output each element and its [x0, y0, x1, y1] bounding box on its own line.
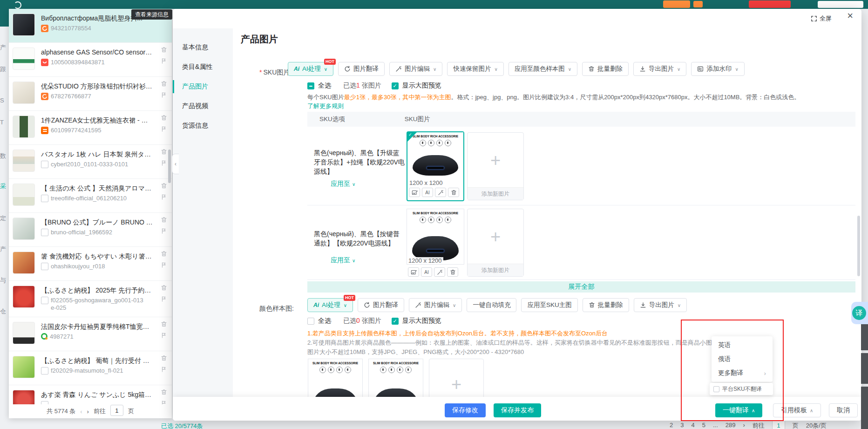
- flag-icon[interactable]: [161, 126, 167, 132]
- trash-icon[interactable]: [161, 321, 167, 327]
- add-image-tile[interactable]: + 添加新图片: [467, 209, 524, 277]
- trash-icon[interactable]: [161, 115, 167, 121]
- flag-icon[interactable]: [161, 160, 167, 166]
- list-item[interactable]: 【ふるさと納税】 2025年 先行予約 サ... f022055-goshoga…: [9, 281, 172, 317]
- page-number[interactable]: 2: [670, 422, 673, 429]
- add-image-tile[interactable]: + 添加新图片: [467, 132, 524, 200]
- item-checkbox[interactable]: [41, 161, 48, 168]
- topbar-button-red[interactable]: [749, 0, 791, 8]
- trash-icon[interactable]: [161, 47, 167, 53]
- tab-basic-info[interactable]: 基本信息: [173, 38, 233, 57]
- fullscreen-button[interactable]: 全屏: [811, 14, 832, 23]
- list-item[interactable]: 法国皮尔卡丹短袖男夏季纯棉T恤宽松大... 4987271: [9, 317, 172, 351]
- trash-icon[interactable]: [161, 285, 167, 291]
- sku-image-tile-selected[interactable]: ✓ SLIM BODY RICH ACCESSORIE 1200 x 1200 …: [407, 131, 464, 201]
- image-translate-button[interactable]: 图片翻译: [358, 298, 404, 312]
- list-item[interactable]: 【ふるさと納税】 葡萄｜先行受付 選べ... f202029-matsumoto…: [9, 351, 172, 385]
- flag-icon[interactable]: [161, 366, 167, 373]
- menu-item-more-translate[interactable]: 更多翻译 ›: [712, 366, 773, 380]
- item-checkbox[interactable]: [41, 229, 48, 236]
- scrollbar-thumb[interactable]: [861, 353, 868, 384]
- page-number[interactable]: 4: [691, 422, 694, 429]
- expand-all-link[interactable]: 展开全部: [569, 283, 595, 291]
- image-edit-button[interactable]: 图片编辑∨: [409, 298, 462, 312]
- scrollbar-thumb[interactable]: [861, 387, 868, 429]
- modal-scrollbar[interactable]: [857, 216, 860, 276]
- select-all-checkbox[interactable]: [307, 82, 314, 89]
- preview-checkbox[interactable]: [392, 318, 399, 325]
- prev-page-icon[interactable]: ‹: [80, 408, 82, 415]
- ai-edit-icon[interactable]: AI: [422, 188, 433, 197]
- trash-icon[interactable]: [161, 217, 167, 223]
- item-checkbox[interactable]: [41, 195, 48, 202]
- page-size-select[interactable]: 20条/页: [806, 422, 827, 429]
- next-page-icon[interactable]: ›: [743, 422, 745, 429]
- replace-image-icon[interactable]: [408, 267, 419, 277]
- flag-icon[interactable]: [161, 58, 167, 64]
- list-item[interactable]: 1件ZANZEA女士优雅无袖连衣裙 - 纯色... 60109977424159…: [9, 111, 172, 145]
- apply-to-color-sample-button[interactable]: 应用至颜色样本图∨: [509, 62, 577, 76]
- flag-icon[interactable]: [161, 92, 167, 98]
- trash-icon[interactable]: [161, 183, 167, 189]
- expand-all-bar[interactable]: 展开全部: [307, 281, 855, 293]
- checkbox[interactable]: [713, 386, 719, 392]
- menu-item-russian[interactable]: 俄语: [712, 352, 773, 366]
- magic-wand-icon[interactable]: [435, 188, 446, 197]
- ai-process-button[interactable]: Ai AI处理∨ HOT: [288, 62, 333, 76]
- flag-icon[interactable]: [161, 296, 167, 302]
- tab-category-attrs[interactable]: 类目&属性: [173, 57, 233, 77]
- list-item[interactable]: 优朵STUDIO 方形珍珠钮扣针织衬衫扣... 678276766877: [9, 77, 172, 111]
- trash-icon[interactable]: [447, 267, 458, 277]
- add-watermark-button[interactable]: 添加水印∨: [691, 62, 744, 76]
- page-input[interactable]: 1: [110, 405, 123, 416]
- tab-product-images[interactable]: 产品图片: [173, 77, 233, 96]
- flag-icon[interactable]: [161, 194, 167, 200]
- list-item[interactable]: バスタオル 1枚 ハレ 日本製 泉州タオル... cyberl2010_0101…: [9, 145, 172, 179]
- apply-to-link[interactable]: 应用至∨: [331, 180, 355, 188]
- sku-image-tile[interactable]: SLIM BODY RICH ACCESSORIE 1200 x 1200: [407, 209, 464, 265]
- trash-icon[interactable]: [161, 81, 167, 87]
- trash-icon[interactable]: [161, 251, 167, 257]
- page-number[interactable]: 5: [702, 422, 705, 429]
- item-checkbox[interactable]: [41, 297, 48, 304]
- image-translate-button[interactable]: 图片翻译: [338, 62, 385, 76]
- apply-to-link[interactable]: 应用至∨: [331, 256, 355, 265]
- page-number[interactable]: 289: [726, 422, 736, 429]
- list-item[interactable]: 【BRUNO 公式】ブルーノ BRUNO カ... bruno-official…: [9, 213, 172, 247]
- panel-collapse-handle[interactable]: ‹: [172, 154, 179, 174]
- flag-icon[interactable]: [161, 262, 167, 268]
- save-publish-button[interactable]: 保存并发布: [494, 403, 541, 417]
- list-scrollbar[interactable]: [168, 150, 171, 183]
- trash-icon[interactable]: [161, 149, 167, 155]
- menu-item-english[interactable]: 英语: [712, 338, 773, 352]
- next-page-icon[interactable]: ›: [87, 408, 89, 415]
- close-icon[interactable]: ×: [847, 10, 853, 22]
- save-changes-button[interactable]: 保存修改: [445, 403, 486, 417]
- quick-keep-images-button[interactable]: 快速保留图片∨: [447, 62, 503, 76]
- magic-wand-icon[interactable]: [434, 267, 445, 277]
- topbar-button-white[interactable]: [818, 1, 863, 8]
- float-translate-button[interactable]: 译: [851, 302, 868, 324]
- trash-icon[interactable]: [161, 355, 167, 361]
- use-template-button[interactable]: 引用模板∧: [773, 403, 821, 417]
- flag-icon[interactable]: [161, 332, 167, 339]
- topbar-button-orange[interactable]: [663, 0, 690, 8]
- preview-checkbox[interactable]: [392, 82, 399, 89]
- list-item[interactable]: 箸 食洗機対応 もちやすい 木彫り箸 5膳... ohashikoujyou_r…: [9, 247, 172, 281]
- select-all-checkbox[interactable]: [307, 318, 314, 325]
- trash-icon[interactable]: [448, 188, 459, 197]
- replace-image-icon[interactable]: [409, 188, 420, 197]
- tab-product-video[interactable]: 产品视频: [173, 96, 233, 116]
- export-images-button[interactable]: 导出图片∨: [633, 62, 686, 76]
- ai-edit-icon[interactable]: AI: [421, 267, 432, 277]
- tab-supply-info[interactable]: 货源信息: [173, 116, 233, 136]
- batch-delete-button[interactable]: 批量删除: [582, 62, 629, 76]
- one-click-translate-button[interactable]: 一键翻译∧: [715, 403, 762, 417]
- list-item[interactable]: 【 生活の木 公式 】天然消臭アロマ リ... treeoflife-offic…: [9, 179, 172, 213]
- auto-fill-button[interactable]: 一键自动填充: [467, 298, 516, 312]
- flag-icon[interactable]: [161, 228, 167, 234]
- item-checkbox[interactable]: [41, 367, 48, 375]
- export-images-button[interactable]: 导出图片∨: [634, 298, 687, 312]
- cancel-button[interactable]: 取消: [829, 403, 858, 417]
- image-edit-button[interactable]: 图片编辑∨: [389, 62, 442, 76]
